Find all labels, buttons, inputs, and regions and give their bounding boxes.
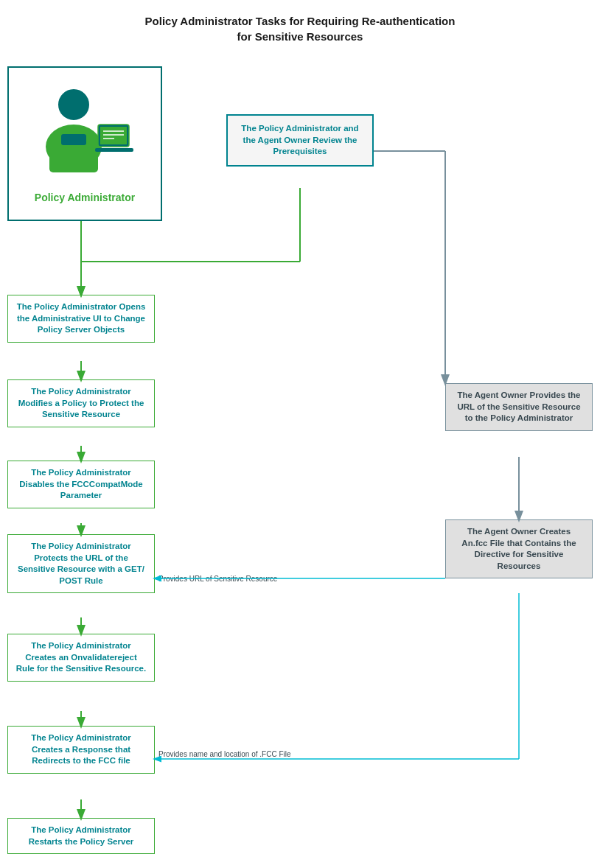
arrow-label-url: Provides URL of Sensitive Resource bbox=[158, 575, 277, 583]
svg-point-0 bbox=[59, 90, 88, 119]
left-box-5: The Policy Administrator Creates an Onva… bbox=[7, 634, 155, 682]
arrow-label-fcc: Provides name and location of .FCC File bbox=[158, 750, 291, 758]
policy-admin-icon bbox=[33, 84, 136, 187]
diagram-container: Policy Administrator The Policy Administ… bbox=[0, 52, 600, 862]
left-box-1: The Policy Administrator Opens the Admin… bbox=[7, 295, 155, 343]
center-box-prerequisites: The Policy Administrator and the Agent O… bbox=[226, 114, 374, 167]
svg-rect-3 bbox=[61, 134, 86, 145]
left-box-3: The Policy Administrator Disables the FC… bbox=[7, 461, 155, 508]
avatar-box: Policy Administrator bbox=[7, 66, 162, 221]
left-box-2: The Policy Administrator Modifies a Poli… bbox=[7, 379, 155, 427]
left-box-6: The Policy Administrator Creates a Respo… bbox=[7, 726, 155, 774]
svg-rect-5 bbox=[100, 127, 127, 144]
avatar-label: Policy Administrator bbox=[35, 192, 135, 203]
svg-rect-6 bbox=[95, 148, 133, 152]
right-box-2: The Agent Owner Creates An.fcc File that… bbox=[445, 519, 593, 578]
left-box-7: The Policy Administrator Restarts the Po… bbox=[7, 818, 155, 854]
page-title: Policy Administrator Tasks for Requiring… bbox=[0, 0, 600, 52]
left-box-4: The Policy Administrator Protects the UR… bbox=[7, 534, 155, 593]
right-box-1: The Agent Owner Provides the URL of the … bbox=[445, 383, 593, 431]
